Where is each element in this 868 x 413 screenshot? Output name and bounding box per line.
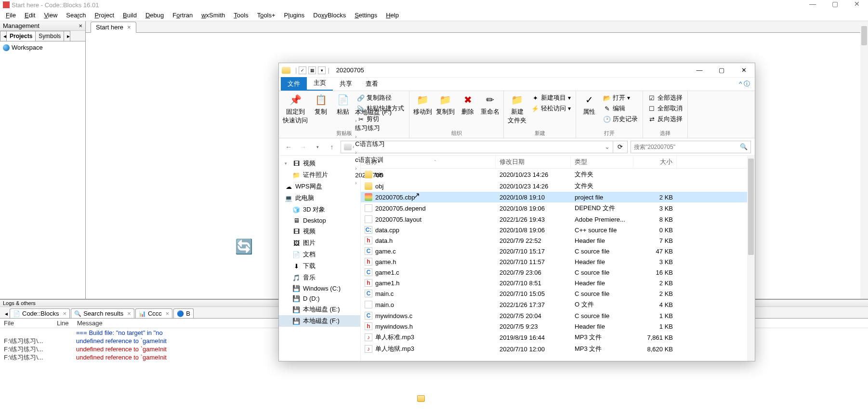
menu-build[interactable]: Build (119, 11, 141, 20)
nav-forward-button[interactable]: → (297, 141, 309, 153)
tree-item[interactable]: 🖥Desktop (279, 215, 360, 226)
logs-tab-cccc[interactable]: 📊 Cccc× (135, 308, 172, 318)
logs-tab-search[interactable]: 🔍 Search results× (71, 308, 134, 318)
tree-item[interactable]: 🎵音乐 (279, 272, 360, 283)
copy-button[interactable]: 📋复制 (312, 93, 330, 125)
breadcrumb-segment[interactable]: 本地磁盘 (F:) (355, 108, 392, 117)
move-to-button[interactable]: 📁移动到 (413, 93, 432, 116)
file-row[interactable]: Cgame.c2020/7/10 15:17C source file47 KB (361, 246, 755, 256)
search-input[interactable] (634, 144, 740, 150)
copy-to-button[interactable]: 📁复制到 (436, 93, 455, 116)
paste-button[interactable]: 📄粘贴 (334, 93, 352, 125)
mgmt-tab-projects[interactable]: Projects (6, 31, 36, 41)
explorer-maximize-button[interactable]: ▢ (710, 63, 733, 78)
ribbon-tab-file[interactable]: 文件 (281, 77, 307, 91)
menu-settings[interactable]: Settings (351, 11, 381, 20)
address-bar[interactable]: › 本地磁盘 (F:)›练习练习›C语言练习›c语言实训›20200705› ⌄ (341, 141, 613, 153)
explorer-close-button[interactable]: ✕ (733, 63, 755, 78)
log-col-message[interactable]: Message (77, 320, 103, 327)
open-button[interactable]: 📂打开 ▾ (602, 93, 639, 103)
menu-project[interactable]: Project (91, 11, 118, 20)
ribbon-tab-home[interactable]: 主页 (307, 76, 333, 91)
ribbon-collapse-icon[interactable]: ^ ⓘ (732, 77, 755, 91)
file-row[interactable]: C:data.cpp2020/10/8 19:06C++ source file… (361, 225, 755, 235)
file-row[interactable]: ♪单人标准.mp32019/8/19 16:44MP3 文件7,861 KB (361, 332, 755, 343)
pin-button[interactable]: 📌固定到 快速访问 (283, 93, 308, 125)
menu-wxsmith[interactable]: wxSmith (197, 11, 229, 20)
cb-minimize-button[interactable]: — (802, 0, 824, 10)
tree-item[interactable]: 📄文档 (279, 249, 360, 260)
menu-view[interactable]: View (40, 11, 61, 20)
menu-toolsplus[interactable]: Tools+ (253, 11, 279, 20)
properties-button[interactable]: ✓属性 (580, 93, 598, 124)
invert-selection-button[interactable]: ⇄反向选择 (647, 114, 684, 124)
delete-button[interactable]: ✖删除 (459, 93, 477, 116)
list-scrollbar[interactable] (747, 156, 755, 361)
main-scrollbar[interactable] (860, 21, 868, 301)
easy-access-button[interactable]: ⚡轻松访问 ▾ (530, 104, 572, 113)
file-row[interactable]: 20200705.cbp2020/10/8 19:10project file2… (361, 192, 755, 202)
management-close-icon[interactable]: × (79, 22, 82, 29)
tree-item[interactable]: 💾本地磁盘 (E:) (279, 304, 360, 315)
col-name[interactable]: 名称 ˆ (361, 156, 496, 168)
tree-item[interactable]: 🧊3D 对象 (279, 204, 360, 215)
mgmt-tab-right-arrow[interactable]: ▸ (64, 31, 70, 41)
workspace-node[interactable]: Workspace (2, 43, 83, 52)
menu-debug[interactable]: Debug (142, 11, 168, 20)
refresh-icon[interactable] (235, 238, 252, 255)
recent-item[interactable] (417, 394, 429, 403)
breadcrumb-segment[interactable]: 练习练习 (355, 124, 392, 133)
cb-maximize-button[interactable]: ▢ (824, 0, 846, 10)
nav-up-button[interactable]: ↑ (326, 141, 338, 153)
logs-tab-codeblocks[interactable]: 📄 Code::Blocks× (10, 308, 70, 318)
menu-tools[interactable]: Tools (230, 11, 252, 20)
refresh-button[interactable]: ⟳ (613, 141, 628, 153)
tree-item[interactable]: ⬇下载 (279, 260, 360, 272)
cb-close-button[interactable]: ✕ (846, 0, 868, 10)
logs-tab-left-arrow[interactable]: ◂ (2, 309, 9, 318)
menu-search[interactable]: Search (62, 11, 90, 20)
mgmt-tab-left-arrow[interactable]: ◂ (0, 31, 7, 41)
file-row[interactable]: 20200705.depend2020/10/8 19:06DEPEND 文件3… (361, 202, 755, 214)
new-folder-button[interactable]: 📁新建 文件夹 (508, 93, 526, 125)
menu-doxyblocks[interactable]: DoxyBlocks (309, 11, 350, 20)
address-dropdown-icon[interactable]: ⌄ (605, 143, 610, 150)
file-row[interactable]: main.o2022/1/26 17:37O 文件4 KB (361, 299, 755, 310)
copy-path-button[interactable]: 🔗复制路径 (356, 93, 405, 103)
tree-item[interactable]: 🖼图片 (279, 237, 360, 249)
file-row[interactable]: Cgame1.c2020/7/9 23:06C source file16 KB (361, 267, 755, 278)
qat-button[interactable]: ✓ (299, 67, 306, 74)
search-icon[interactable]: 🔍 (740, 143, 748, 150)
file-row[interactable]: bin2020/10/23 14:26文件夹 (361, 169, 755, 180)
file-row[interactable]: hgame1.h2020/7/10 8:51Header file2 KB (361, 278, 755, 288)
tab-start-here[interactable]: Start here × (91, 22, 136, 33)
tree-item[interactable]: 💾Windows (C:) (279, 283, 360, 293)
nav-back-button[interactable]: ← (283, 141, 294, 153)
menu-help[interactable]: Help (382, 11, 403, 20)
tab-close-icon[interactable]: × (127, 24, 131, 31)
select-all-button[interactable]: ☑全部选择 (647, 93, 684, 103)
tree-item[interactable]: 📁证件照片 (279, 169, 360, 181)
tree-item[interactable]: 💾本地磁盘 (F:) (279, 315, 360, 327)
edit-button[interactable]: ✎编辑 (602, 104, 639, 113)
file-row[interactable]: 20200705.layout2022/1/26 19:43Adobe Prem… (361, 214, 755, 225)
tree-item[interactable]: ☁WPS网盘 (279, 181, 360, 192)
menu-plugins[interactable]: Plugins (280, 11, 309, 20)
file-row[interactable]: ♪单人地狱.mp32020/7/10 12:00MP3 文件8,620 KB (361, 343, 755, 355)
menu-edit[interactable]: Edit (21, 11, 39, 20)
col-date[interactable]: 修改日期 (496, 156, 571, 168)
menu-fortran[interactable]: Fortran (169, 11, 197, 20)
select-none-button[interactable]: ☐全部取消 (647, 104, 684, 113)
col-size[interactable]: 大小 (633, 156, 677, 168)
file-row[interactable]: obj2020/10/23 14:26文件夹 (361, 180, 755, 192)
breadcrumb-segment[interactable]: C语言练习 (355, 140, 392, 148)
tree-item[interactable]: 🎞视频 (279, 226, 360, 237)
tree-item[interactable]: 💻此电脑 (279, 192, 360, 204)
mgmt-tab-symbols[interactable]: Symbols (35, 31, 64, 41)
ribbon-tab-share[interactable]: 共享 (333, 77, 359, 91)
search-box[interactable]: 🔍 (631, 141, 751, 153)
tree-item[interactable]: 💾D (D:) (279, 293, 360, 304)
ribbon-tab-view[interactable]: 查看 (359, 77, 385, 91)
tree-item[interactable]: ▾🎞视频 (279, 158, 360, 169)
history-button[interactable]: 🕑历史记录 (602, 114, 639, 124)
